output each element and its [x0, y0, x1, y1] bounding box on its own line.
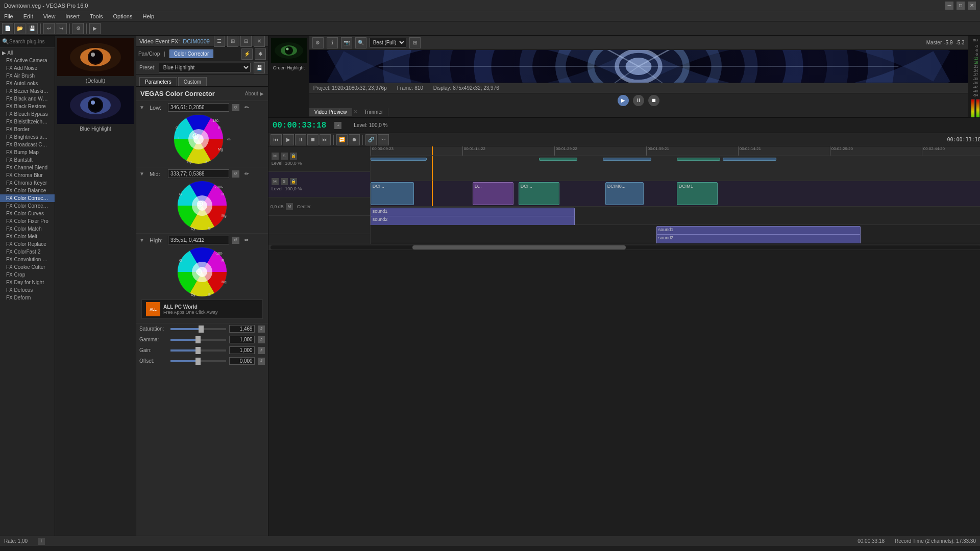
- new-button[interactable]: 📄: [2, 23, 13, 34]
- menu-file[interactable]: File: [2, 13, 15, 19]
- menu-edit[interactable]: Edit: [21, 13, 35, 19]
- vefx-list-btn[interactable]: ☰: [214, 36, 225, 47]
- offset-value[interactable]: [229, 357, 255, 365]
- fx-item-defocus[interactable]: FX Defocus: [0, 286, 55, 294]
- mid-value-input[interactable]: [168, 169, 229, 178]
- tl-fforward-btn[interactable]: ⏭: [320, 134, 331, 145]
- preview-split-btn[interactable]: ⊞: [409, 37, 421, 48]
- minimize-button[interactable]: ─: [945, 2, 953, 10]
- window-controls[interactable]: ─ □ ✕: [945, 2, 976, 10]
- maximize-button[interactable]: □: [957, 2, 965, 10]
- thumbnail-default[interactable]: [57, 38, 134, 76]
- clip-vegas-ti[interactable]: VEGAS Ti...: [723, 158, 776, 161]
- play-button[interactable]: ▶: [618, 95, 629, 106]
- clip-dcim0327[interactable]: DCIM0327: [603, 158, 651, 161]
- fx-item-crop[interactable]: FX Crop: [0, 271, 55, 279]
- fx-item-auto-looks[interactable]: FX AutoLooks: [0, 80, 55, 87]
- track-solo-btn-1[interactable]: S: [281, 153, 288, 160]
- vefx-grid2-btn[interactable]: ⊟: [240, 36, 252, 47]
- low-eyedrop2-btn[interactable]: ✏: [227, 137, 231, 142]
- high-color-wheel[interactable]: R Mg B Cy G -180-: [177, 246, 228, 297]
- fx-item-color-match[interactable]: FX Color Match: [0, 225, 55, 233]
- clip-dc-1[interactable]: DC...: [539, 158, 577, 161]
- mid-color-wheel[interactable]: R Mg B Cy G -180-: [177, 180, 228, 231]
- redo-button[interactable]: ↪: [56, 23, 67, 34]
- fx-item-bleistift[interactable]: FX Bleistiftzeichnung: [0, 118, 55, 126]
- gamma-thumb[interactable]: [195, 336, 201, 343]
- fx-item-active-camera[interactable]: FX Active Camera: [0, 57, 55, 64]
- low-eyedrop-btn[interactable]: ✏: [244, 105, 249, 110]
- pan-crop-label[interactable]: Pan/Crop: [138, 51, 160, 57]
- timeline-scrollbar[interactable]: [268, 244, 980, 250]
- fx-item-color-corrector-s[interactable]: FX Color Corrector S...: [0, 202, 55, 210]
- open-button[interactable]: 📂: [14, 23, 26, 34]
- fx-item-color-corrector[interactable]: FX Color Corrector: [0, 194, 55, 202]
- tl-stop-btn[interactable]: ⏹: [307, 134, 318, 145]
- fx-item-add-noise[interactable]: FX Add Noise: [0, 64, 55, 72]
- low-collapse[interactable]: ▼: [139, 105, 144, 110]
- fx-item-bump-map[interactable]: FX Bump Map: [0, 148, 55, 156]
- clip-dci-1[interactable]: DCI...: [371, 182, 414, 205]
- tl-pause-btn[interactable]: ⏸: [295, 134, 306, 145]
- fx-item-black-restore[interactable]: FX Black Restore: [0, 103, 55, 110]
- low-value-input[interactable]: [168, 103, 229, 112]
- offset-thumb[interactable]: [195, 358, 201, 365]
- fx-item-cookie-cutter[interactable]: FX Cookie Cutter: [0, 263, 55, 271]
- about-link[interactable]: About ▶: [245, 91, 264, 96]
- fx-item-day-for-night[interactable]: FX Day for Night: [0, 279, 55, 286]
- tl-snap-btn[interactable]: 🔗: [365, 134, 377, 145]
- clip-vegas-1[interactable]: VEGAS ...: [371, 158, 427, 161]
- tab-parameters[interactable]: Parameters: [139, 77, 177, 86]
- gamma-track[interactable]: [170, 339, 226, 341]
- menu-view[interactable]: View: [41, 13, 58, 19]
- properties-button[interactable]: ⚙: [72, 23, 84, 34]
- preset-select[interactable]: Blue Highlight: [159, 63, 251, 72]
- tl-rewind-btn[interactable]: ⏮: [271, 134, 282, 145]
- tl-play-btn[interactable]: ▶: [283, 134, 294, 145]
- fx-item-color-fixer-pro[interactable]: FX Color Fixer Pro: [0, 217, 55, 225]
- high-eyedrop-btn[interactable]: ✏: [244, 237, 249, 243]
- thumbnail-blue-highlight[interactable]: [57, 86, 134, 124]
- clip-dcim0-1[interactable]: DCIM0...: [605, 182, 644, 205]
- fx-item-deform[interactable]: FX Deform: [0, 294, 55, 302]
- fx-settings-btn[interactable]: ✱: [255, 48, 266, 60]
- high-value-input[interactable]: [168, 236, 229, 244]
- high-reset-btn[interactable]: ↺: [232, 237, 239, 244]
- fx-item-buntstift[interactable]: FX Buntstift: [0, 156, 55, 164]
- fx-item-color-melt[interactable]: FX Color Melt: [0, 233, 55, 240]
- gain-reset[interactable]: ↺: [258, 347, 265, 354]
- undo-button[interactable]: ↩: [43, 23, 55, 34]
- saturation-value[interactable]: [229, 325, 255, 333]
- color-corrector-chain-item[interactable]: Color Corrector: [169, 49, 213, 58]
- pause-button[interactable]: ⏸: [633, 95, 644, 106]
- stop-button[interactable]: ⏹: [648, 95, 659, 106]
- audio-mute-1[interactable]: M: [286, 203, 293, 210]
- menu-help[interactable]: Help: [140, 13, 156, 19]
- fx-item-convolution-kernel[interactable]: FX Convolution Kern...: [0, 256, 55, 263]
- fx-bypass-btn[interactable]: ⚡: [241, 48, 253, 60]
- tab-custom[interactable]: Custom: [178, 77, 207, 86]
- mid-eyedrop-btn[interactable]: ✏: [244, 171, 249, 177]
- vefx-close[interactable]: ✕: [254, 36, 265, 47]
- fx-item-broadcast-colors[interactable]: FX Broadcast Colors: [0, 141, 55, 148]
- fx-category-all[interactable]: ▶ All: [0, 49, 55, 57]
- preview-info-btn[interactable]: ℹ: [327, 37, 338, 48]
- low-reset-btn[interactable]: ↺: [232, 104, 239, 111]
- fx-item-bezier-masking[interactable]: FX Bezier Masking: [0, 87, 55, 95]
- clip-dcim1[interactable]: DCIM1: [677, 182, 718, 205]
- saturation-track[interactable]: [170, 328, 226, 330]
- fx-item-colorfast2[interactable]: FX ColorFast 2: [0, 248, 55, 256]
- preview-quality-btn[interactable]: 🔍: [355, 37, 366, 48]
- fx-item-bleach-bypass[interactable]: FX Bleach Bypass: [0, 110, 55, 118]
- menu-options[interactable]: Options: [111, 13, 135, 19]
- preview-settings-btn[interactable]: ⚙: [312, 37, 324, 48]
- clip-dci-3[interactable]: DCI...: [519, 182, 559, 205]
- fx-item-border[interactable]: FX Border: [0, 126, 55, 133]
- mid-reset-btn[interactable]: ↺: [232, 170, 239, 178]
- fx-item-air-brush[interactable]: FX Air Brush: [0, 72, 55, 80]
- tl-loop-btn[interactable]: 🔁: [336, 134, 348, 145]
- fx-item-channel-blend[interactable]: FX Channel Blend: [0, 164, 55, 171]
- search-input[interactable]: [9, 39, 53, 44]
- metronome-btn[interactable]: ♩: [38, 538, 45, 545]
- fx-item-color-curves[interactable]: FX Color Curves: [0, 210, 55, 217]
